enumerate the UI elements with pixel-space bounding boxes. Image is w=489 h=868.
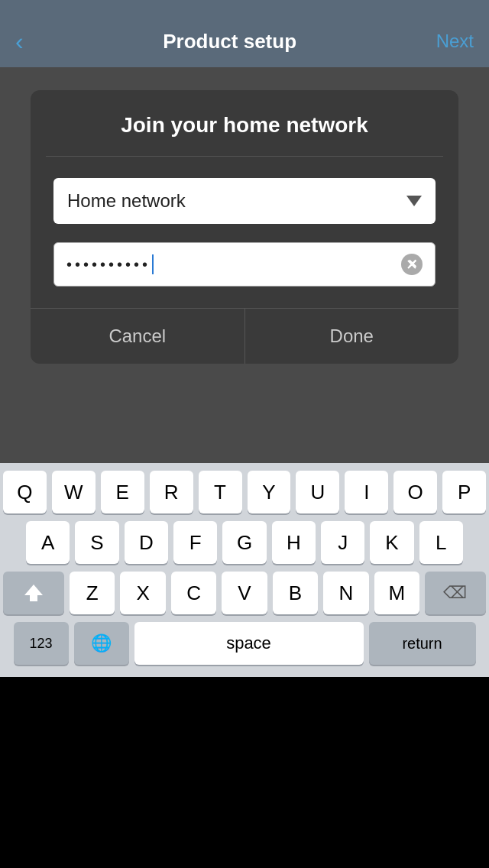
keyboard-row-4: 123 🌐 space return <box>3 622 486 665</box>
shift-key[interactable] <box>3 572 64 614</box>
key-i[interactable]: I <box>345 471 388 513</box>
return-key[interactable]: return <box>369 622 476 665</box>
page-title: Product setup <box>163 30 296 53</box>
key-f[interactable]: F <box>173 521 217 564</box>
key-a[interactable]: A <box>26 521 70 564</box>
key-d[interactable]: D <box>125 521 168 564</box>
password-input-row: •••••••••• <box>66 254 401 274</box>
network-dropdown[interactable]: Home network <box>53 178 436 224</box>
done-button[interactable]: Done <box>245 309 459 364</box>
key-s[interactable]: S <box>75 521 118 564</box>
backspace-key[interactable]: ⌫ <box>425 572 486 614</box>
clear-button[interactable]: ✕ <box>401 254 423 275</box>
password-field[interactable]: •••••••••• ✕ <box>53 242 436 287</box>
background-filler <box>0 387 489 463</box>
dialog-footer: Cancel Done <box>31 308 458 364</box>
keyboard-row-3: Z X C V B N M ⌫ <box>3 572 486 614</box>
key-l[interactable]: L <box>419 521 463 564</box>
key-u[interactable]: U <box>296 471 339 513</box>
key-m[interactable]: M <box>374 572 419 614</box>
main-content: Join your home network Home network ••••… <box>0 67 489 387</box>
globe-icon: 🌐 <box>91 633 112 653</box>
key-y[interactable]: Y <box>248 471 291 513</box>
shift-icon <box>24 585 43 601</box>
dialog-title: Join your home network <box>31 90 458 156</box>
shift-arrow-top <box>24 585 43 595</box>
shift-arrow-base <box>30 595 37 601</box>
key-x[interactable]: X <box>120 572 165 614</box>
next-button[interactable]: Next <box>436 31 474 52</box>
back-chevron-icon: ‹ <box>15 28 24 56</box>
numbers-key[interactable]: 123 <box>14 622 69 665</box>
key-w[interactable]: W <box>52 471 96 513</box>
cursor-blink <box>152 254 154 274</box>
key-t[interactable]: T <box>199 471 242 513</box>
key-b[interactable]: B <box>273 572 318 614</box>
key-z[interactable]: Z <box>70 572 115 614</box>
key-c[interactable]: C <box>171 572 216 614</box>
space-key[interactable]: space <box>134 622 364 665</box>
clear-icon: ✕ <box>407 258 417 270</box>
key-g[interactable]: G <box>222 521 266 564</box>
key-p[interactable]: P <box>442 471 486 513</box>
key-v[interactable]: V <box>222 572 267 614</box>
navigation-bar: ‹ Product setup Next <box>0 0 489 67</box>
key-n[interactable]: N <box>323 572 368 614</box>
key-o[interactable]: O <box>393 471 437 513</box>
network-dropdown-label: Home network <box>67 190 186 212</box>
key-q[interactable]: Q <box>3 471 47 513</box>
dialog-card: Join your home network Home network ••••… <box>31 90 458 364</box>
back-button[interactable]: ‹ <box>15 28 24 56</box>
key-r[interactable]: R <box>150 471 193 513</box>
password-dots: •••••••••• <box>66 257 151 272</box>
keyboard-row-1: Q W E R T Y U I O P <box>3 471 486 513</box>
key-j[interactable]: J <box>321 521 364 564</box>
keyboard-row-2: A S D F G H J K L <box>3 521 486 564</box>
dialog-body: Home network •••••••••• ✕ <box>31 157 458 287</box>
globe-key[interactable]: 🌐 <box>74 622 129 665</box>
key-e[interactable]: E <box>101 471 144 513</box>
cancel-button[interactable]: Cancel <box>31 309 244 364</box>
backspace-icon: ⌫ <box>443 583 467 603</box>
key-h[interactable]: H <box>272 521 316 564</box>
chevron-down-icon <box>406 196 422 206</box>
key-k[interactable]: K <box>370 521 413 564</box>
keyboard: Q W E R T Y U I O P A S D F G H J K L Z … <box>0 463 489 677</box>
